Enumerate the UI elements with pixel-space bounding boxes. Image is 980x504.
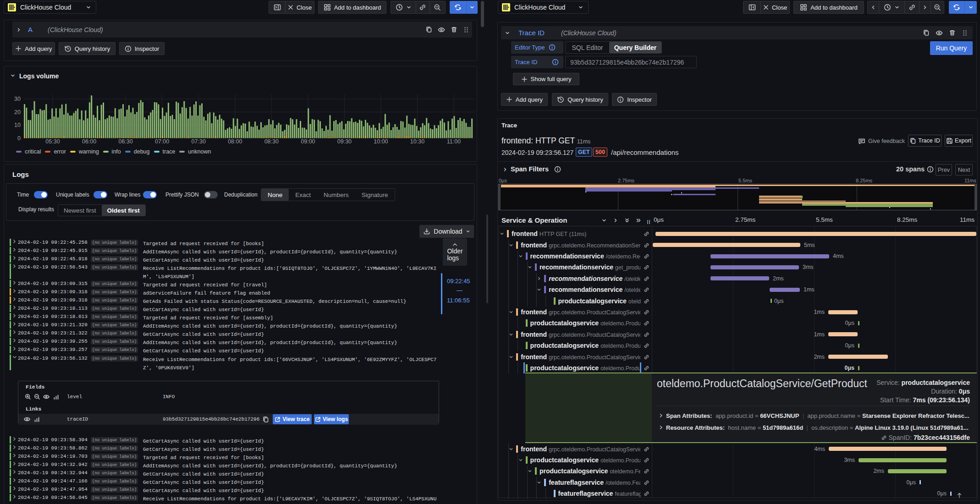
- svg-text:05:30: 05:30: [45, 138, 60, 145]
- svg-text:10:00: 10:00: [374, 138, 388, 145]
- svg-text:09:30: 09:30: [337, 138, 352, 145]
- svg-text:10:30: 10:30: [410, 138, 424, 145]
- svg-text:08:00: 08:00: [228, 138, 242, 145]
- svg-text:07:00: 07:00: [155, 138, 169, 145]
- svg-text:06:30: 06:30: [118, 138, 132, 145]
- svg-text:10: 10: [14, 122, 21, 128]
- svg-text:11:00: 11:00: [447, 138, 461, 145]
- svg-text:0: 0: [17, 135, 21, 142]
- svg-text:20: 20: [14, 109, 21, 115]
- svg-text:07:30: 07:30: [192, 138, 206, 145]
- svg-text:06:00: 06:00: [82, 138, 96, 145]
- svg-text:08:30: 08:30: [264, 138, 279, 145]
- svg-text:09:00: 09:00: [301, 138, 315, 145]
- svg-text:30: 30: [14, 96, 21, 102]
